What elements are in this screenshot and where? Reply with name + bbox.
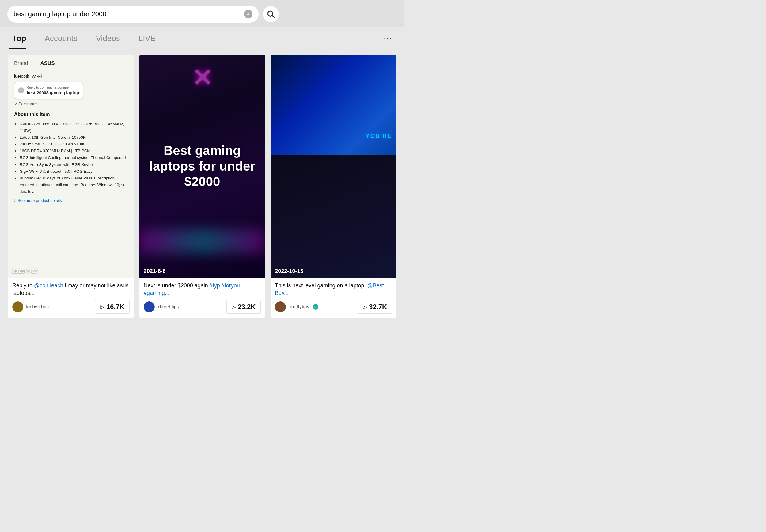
tab-videos[interactable]: Videos	[93, 27, 129, 49]
video-description-3: This is next level gaming on a laptop! @…	[275, 282, 392, 297]
verified-badge-3: ✓	[313, 304, 318, 310]
play-icon-1: ▷	[100, 304, 104, 310]
tab-live[interactable]: LIVE	[135, 27, 165, 49]
tab-top[interactable]: Top	[9, 27, 36, 49]
thumbnail-main-text-2: Best gaming laptops for under $2000	[139, 137, 265, 195]
video-author-row-2: 7ktechtips ▷ 23.2K	[144, 300, 261, 314]
author-info-3: .mattykay ✓	[275, 301, 318, 312]
mention-3[interactable]: @Best Buy...	[275, 282, 384, 296]
play-count-badge-1: ▷ 16.7K	[95, 300, 130, 314]
spec-item: 240Hz 3ms 15.6" Full HD 1920x1080 I	[20, 141, 128, 148]
video-author-row-1: techwithma... ▷ 16.7K	[12, 300, 130, 314]
spec-item: 16GB DDR4 3200MHz RAM | 1TB PCIe	[20, 148, 128, 154]
play-count-badge-3: ▷ 32.7K	[357, 300, 392, 314]
spec-item: ROG Aura Sync System with RGB Keybo	[20, 161, 128, 168]
play-icon-3: ▷	[363, 304, 366, 310]
video-thumbnail-1: Brand ASUS luetooth, Wi-Fi Reply to con.…	[8, 55, 134, 278]
avatar-circle-1	[12, 301, 23, 312]
x-decoration: ✕	[192, 64, 212, 92]
play-count-3: 32.7K	[369, 303, 387, 311]
video-card-1[interactable]: Brand ASUS luetooth, Wi-Fi Reply to con.…	[8, 55, 134, 318]
author-name-1[interactable]: techwithma...	[26, 304, 55, 310]
svg-line-1	[272, 16, 274, 18]
video-description-2: Next is under $2000 again #fyp #foryou #…	[144, 282, 261, 297]
content-area: Brand ASUS luetooth, Wi-Fi Reply to con.…	[0, 49, 405, 324]
author-avatar-3	[275, 301, 286, 312]
author-avatar-2	[144, 301, 155, 312]
hashtags-2[interactable]: #fyp #foryou #gaming...	[144, 282, 240, 296]
laptop-body	[270, 155, 397, 278]
video-description-1: Reply to @con.leach i may or may not lik…	[12, 282, 130, 297]
screen-text-3: YOU'RE	[366, 133, 392, 139]
avatar-circle-3	[275, 301, 286, 312]
spec-list: NVIDIA GeForce RTX 2070 8GB GDDR6 Boost:…	[14, 121, 128, 195]
author-avatar-1	[12, 301, 23, 312]
play-icon-2: ▷	[232, 304, 235, 310]
video-thumbnail-3: YOU'RE 2022-10-13	[270, 55, 397, 278]
author-info-1: techwithma...	[12, 301, 55, 312]
search-button[interactable]	[263, 6, 279, 22]
video-grid: Brand ASUS luetooth, Wi-Fi Reply to con.…	[8, 55, 397, 318]
clear-search-button[interactable]: ×	[244, 10, 252, 18]
spec-brand-value: ASUS	[40, 59, 55, 67]
spec-item: Latest 10th Gen Intel Core i7-10750H	[20, 134, 128, 141]
author-info-2: 7ktechtips	[144, 301, 179, 312]
spec-brand-label: Brand	[14, 59, 28, 67]
spec-connectivity: luetooth, Wi-Fi	[14, 73, 128, 80]
play-count-1: 16.7K	[106, 303, 124, 311]
video-date-3: 2022-10-13	[275, 268, 303, 274]
see-more-product-link[interactable]: > See more product details	[14, 198, 128, 204]
search-query-text: best gaming laptop under 2000	[13, 10, 241, 18]
play-count-badge-2: ▷ 23.2K	[226, 300, 261, 314]
tooltip-text: best 2000$ gaming laptop	[27, 90, 79, 96]
author-name-2[interactable]: 7ktechtips	[157, 304, 179, 310]
video-date-2: 2021-8-8	[144, 268, 166, 274]
play-count-2: 23.2K	[238, 303, 256, 311]
see-more-link[interactable]: ∨ See more	[14, 101, 128, 107]
avatar-circle-2	[144, 301, 155, 312]
mention-1[interactable]: @con.leach	[34, 282, 63, 289]
tabs-container: Top Accounts Videos LIVE ···	[0, 27, 405, 49]
spec-item: Bundle: Get 30 days of Xbox Game Pass su…	[20, 175, 128, 195]
tabs-more-button[interactable]: ···	[380, 30, 395, 46]
tooltip-reply-label: Reply to con.leach's comment	[27, 85, 79, 90]
glow-effect	[139, 229, 265, 254]
search-bar-container: best gaming laptop under 2000 ×	[0, 0, 405, 27]
tooltip-avatar	[18, 87, 24, 93]
video-card-bottom-2: Next is under $2000 again #fyp #foryou #…	[139, 278, 265, 318]
video-card-2[interactable]: ✕ Best gaming laptops for under $2000 20…	[139, 55, 265, 318]
video-card-3[interactable]: YOU'RE 2022-10-13 This is next level gam…	[270, 55, 397, 318]
about-heading: About this item	[14, 111, 128, 118]
spec-item: ROG Intelligent Cooling thermal system T…	[20, 154, 128, 161]
tab-accounts[interactable]: Accounts	[42, 27, 87, 49]
video-author-row-3: .mattykay ✓ ▷ 32.7K	[275, 300, 392, 314]
video-card-bottom-3: This is next level gaming on a laptop! @…	[270, 278, 397, 318]
video-card-bottom-1: Reply to @con.leach i may or may not lik…	[8, 278, 134, 318]
video-thumbnail-2: ✕ Best gaming laptops for under $2000 20…	[139, 55, 265, 278]
author-name-3[interactable]: .mattykay	[288, 304, 309, 310]
spec-item: NVIDIA GeForce RTX 2070 8GB GDDR6 Boost:…	[20, 121, 128, 134]
tooltip-box: Reply to con.leach's comment best 2000$ …	[14, 82, 83, 99]
search-bar: best gaming laptop under 2000 ×	[7, 6, 258, 23]
video-date-1: 2020-7-27	[12, 268, 37, 274]
spec-item: Gig+ Wi-Fi 6 & Bluetooth 5.0 | ROG Easy	[20, 168, 128, 175]
